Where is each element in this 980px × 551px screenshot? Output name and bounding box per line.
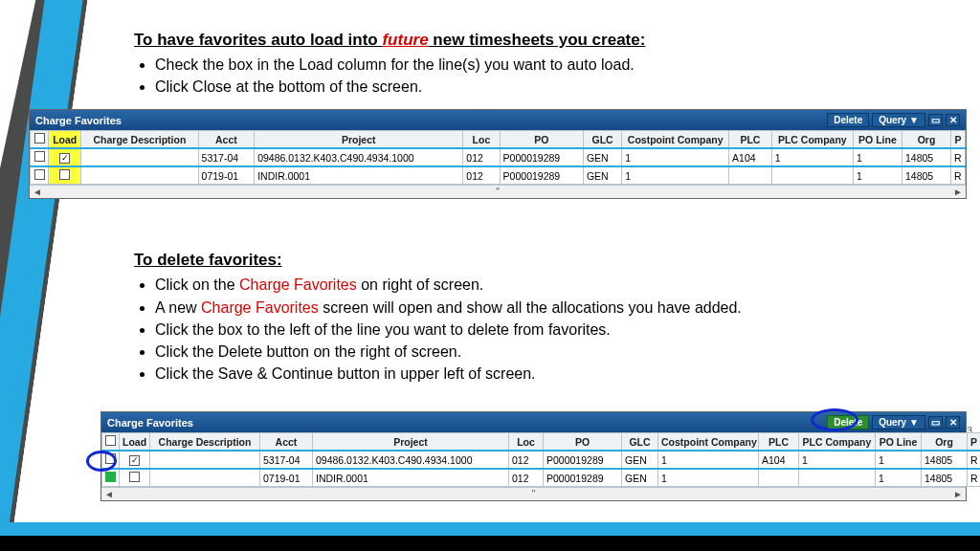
column-header: Costpoint Company	[622, 131, 729, 149]
column-header: GLC	[583, 131, 621, 149]
list-item: Click the Save & Continue button in uppe…	[155, 363, 951, 385]
select-all-checkbox[interactable]	[34, 133, 45, 143]
column-header: Costpoint Company	[658, 433, 759, 452]
table-row[interactable]: 0719-01INDIR.0001012P000019289GEN1114805…	[102, 469, 981, 487]
column-header: GLC	[622, 433, 658, 452]
close-icon[interactable]: ✕	[946, 416, 960, 429]
select-all-checkbox[interactable]	[105, 435, 116, 446]
column-header: Load	[49, 131, 81, 149]
column-header: PLC	[729, 131, 772, 149]
column-header: Charge Description	[150, 433, 260, 452]
list-item: Check the box in the Load column for the…	[155, 54, 951, 76]
column-header: Loc	[463, 131, 500, 149]
query-button[interactable]: Query ▼	[872, 113, 925, 127]
load-checkbox[interactable]: ✓	[129, 455, 140, 466]
heading-delete: To delete favorites:	[134, 220, 951, 270]
column-header: PLC Company	[799, 433, 876, 452]
delete-bullets: Click on the Charge Favorites on right o…	[155, 274, 951, 385]
column-header: Acct	[260, 433, 313, 452]
horizontal-scrollbar[interactable]: ◄"►	[30, 185, 966, 198]
minimize-icon[interactable]: ▭	[928, 114, 943, 126]
charge-favorites-window-2: Charge Favorites Delete Query ▼ ▭ ✕ Load…	[100, 411, 967, 501]
autoload-bullets: Check the box in the Load column for the…	[155, 54, 951, 98]
delete-button[interactable]: Delete	[827, 113, 869, 127]
close-icon[interactable]: ✕	[946, 114, 960, 126]
row-select-checkbox[interactable]	[105, 472, 116, 482]
column-header: PO Line	[876, 433, 922, 452]
column-header: Project	[313, 433, 509, 452]
horizontal-scrollbar[interactable]: ◄"►	[101, 487, 966, 500]
load-checkbox[interactable]	[129, 472, 140, 482]
list-item: Click the Delete button on the right of …	[155, 341, 951, 363]
column-header: PLC Company	[771, 131, 853, 149]
list-item: Click the box to the left of the line yo…	[155, 319, 951, 341]
column-header: Charge Description	[81, 131, 198, 149]
column-header: PO Line	[853, 131, 902, 149]
list-item: A new Charge Favorites screen will open …	[155, 297, 951, 319]
list-item: Click on the Charge Favorites on right o…	[155, 274, 951, 296]
query-button[interactable]: Query ▼	[872, 415, 925, 430]
heading-autoload: To have favorites auto load into future …	[134, 0, 951, 50]
row-select-checkbox[interactable]	[34, 169, 45, 180]
column-header: PLC	[759, 433, 799, 452]
column-header: Project	[255, 131, 463, 149]
window-title: Charge Favorites	[107, 417, 193, 429]
window-title: Charge Favorites	[35, 115, 122, 126]
table-row[interactable]: 0719-01INDIR.0001012P000019289GEN1114805…	[31, 166, 966, 185]
column-header	[102, 433, 120, 452]
row-select-checkbox[interactable]	[105, 453, 116, 464]
column-header: P	[951, 131, 966, 149]
table-row[interactable]: ✓5317-0409486.0132.K403.C490.4934.100001…	[102, 451, 981, 469]
column-header: PO	[500, 131, 583, 149]
column-header: P	[968, 433, 981, 452]
column-header: PO	[544, 433, 622, 452]
column-header: Org	[902, 131, 950, 149]
column-header: Load	[120, 433, 150, 452]
column-header: Loc	[509, 433, 544, 452]
minimize-icon[interactable]: ▭	[928, 416, 943, 429]
charge-favorites-window-1: Charge Favorites Delete Query ▼ ▭ ✕ Load…	[29, 109, 967, 199]
load-checkbox[interactable]	[59, 169, 70, 180]
row-select-checkbox[interactable]	[34, 151, 45, 162]
table-row[interactable]: ✓5317-0409486.0132.K403.C490.4934.100001…	[31, 148, 966, 166]
list-item: Click Close at the bottom of the screen.	[155, 76, 951, 98]
column-header: Org	[922, 433, 968, 452]
column-header: Acct	[198, 131, 255, 149]
load-checkbox[interactable]: ✓	[59, 153, 70, 164]
column-header	[31, 131, 49, 149]
delete-button-highlighted[interactable]: Delete	[827, 415, 869, 430]
